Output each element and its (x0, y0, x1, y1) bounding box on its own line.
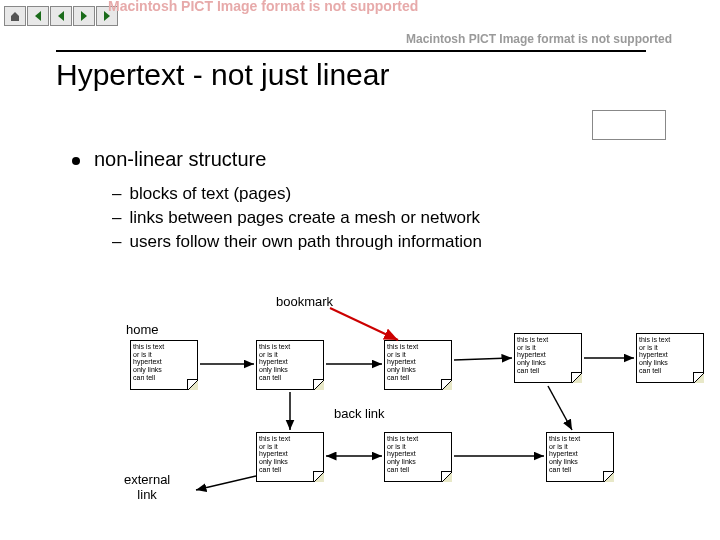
note-page: this is text or is it hypertext only lin… (546, 432, 614, 482)
svg-line-0 (330, 308, 398, 340)
note-text: this is text or is it hypertext only lin… (259, 435, 290, 473)
note-text: this is text or is it hypertext only lin… (387, 343, 418, 381)
pict-placeholder-left: Macintosh PICT Image format is not suppo… (108, 0, 418, 15)
home-icon (9, 10, 21, 22)
sub-text: users follow their own path through info… (129, 232, 481, 251)
nav-next-button[interactable] (73, 6, 95, 26)
note-page: this is text or is it hypertext only lin… (636, 333, 704, 383)
sub-bullet-1: –blocks of text (pages) (112, 184, 291, 204)
svg-line-3 (454, 358, 512, 360)
note-text: this is text or is it hypertext only lin… (133, 343, 164, 381)
label-home: home (126, 322, 159, 337)
label-backlink: back link (334, 406, 385, 421)
note-text: this is text or is it hypertext only lin… (387, 435, 418, 473)
sub-bullet-2: –links between pages create a mesh or ne… (112, 208, 480, 228)
title-rule (56, 50, 646, 52)
note-page: this is text or is it hypertext only lin… (256, 432, 324, 482)
sub-text: links between pages create a mesh or net… (129, 208, 480, 227)
triangle-left-icon (32, 10, 44, 22)
label-bookmark: bookmark (276, 294, 333, 309)
triangle-left-icon (55, 10, 67, 22)
bullet-main: non-linear structure (72, 148, 266, 171)
nav-first-button[interactable] (27, 6, 49, 26)
sub-bullet-3: –users follow their own path through inf… (112, 232, 482, 252)
note-text: this is text or is it hypertext only lin… (517, 336, 548, 374)
bullet-text: non-linear structure (94, 148, 266, 170)
note-page: this is text or is it hypertext only lin… (130, 340, 198, 390)
sub-text: blocks of text (pages) (129, 184, 291, 203)
label-external: external link (124, 472, 170, 502)
nav-home-button[interactable] (4, 6, 26, 26)
note-text: this is text or is it hypertext only lin… (259, 343, 290, 381)
nav-prev-button[interactable] (50, 6, 72, 26)
note-page: this is text or is it hypertext only lin… (384, 432, 452, 482)
pict-placeholder-right: Macintosh PICT Image format is not suppo… (406, 32, 672, 46)
nav-strip (4, 6, 118, 26)
svg-line-7 (548, 386, 572, 430)
svg-line-9 (196, 476, 256, 490)
triangle-right-icon (78, 10, 90, 22)
bullet-dot-icon (72, 157, 80, 165)
note-page: this is text or is it hypertext only lin… (384, 340, 452, 390)
note-page: this is text or is it hypertext only lin… (514, 333, 582, 383)
note-page: this is text or is it hypertext only lin… (256, 340, 324, 390)
note-text: this is text or is it hypertext only lin… (639, 336, 670, 374)
pict-placeholder-box (592, 110, 666, 140)
note-text: this is text or is it hypertext only lin… (549, 435, 580, 473)
slide-title: Hypertext - not just linear (56, 58, 389, 92)
